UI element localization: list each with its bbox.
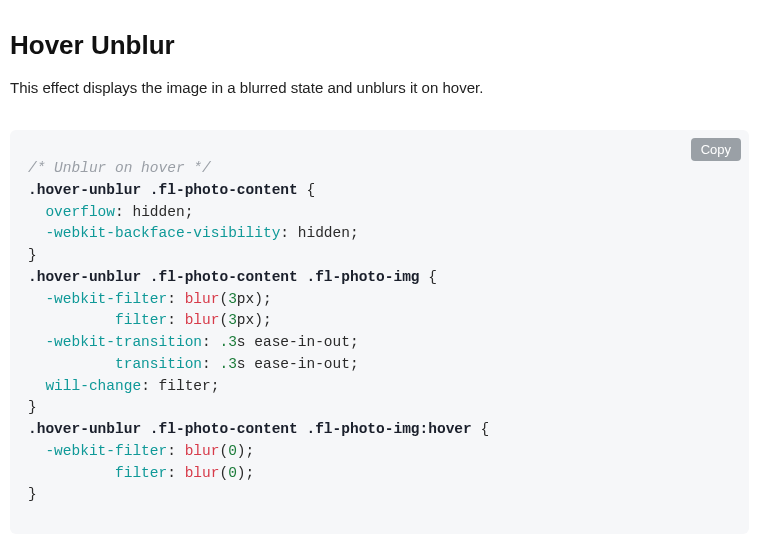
section-description: This effect displays the image in a blur… [10,79,749,96]
code-block: Copy /* Unblur on hover */ .hover-unblur… [10,130,749,534]
section-heading: Hover Unblur [10,30,749,61]
copy-button[interactable]: Copy [691,138,741,161]
code-content: /* Unblur on hover */ .hover-unblur .fl-… [28,158,731,506]
